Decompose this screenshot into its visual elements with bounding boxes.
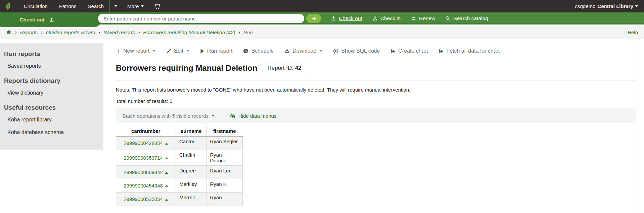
cardnumber-link[interactable]: 29999000535054 [124, 196, 163, 202]
download-label: Download [292, 48, 316, 54]
nav-more-label: More [127, 3, 139, 9]
fetch-all-data-button[interactable]: Fetch all data for chart [439, 48, 500, 54]
sidebar-item-koha-report-library[interactable]: Koha report library [4, 113, 100, 126]
report-id-badge: Report ID: 42 [263, 62, 306, 74]
arrow-up-from-bracket-icon [331, 16, 336, 21]
rotate-arrows-icon [411, 16, 416, 21]
chevron-down-icon [320, 50, 322, 52]
hide-data-menus-button[interactable]: Hide data menus [229, 113, 276, 119]
schedule-label: Schedule [251, 48, 274, 54]
firstname-cell: Ryan [206, 193, 242, 206]
schedule-button[interactable]: Schedule [243, 48, 274, 54]
surname-cell: Chaffin [176, 150, 207, 166]
quick-link-check-in[interactable]: Check in [372, 15, 401, 21]
data-menu-caret-icon[interactable] [165, 157, 168, 159]
sidebar-heading-run-reports: Run reports [4, 50, 100, 58]
arrow-down-to-bracket-icon [372, 16, 378, 21]
koha-staff-page: Circulation Patrons Search More csqdemo … [0, 0, 644, 213]
eye-slash-icon [229, 113, 236, 118]
nav-circulation-label: Circulation [24, 3, 48, 9]
sidebar-item-saved-reports[interactable]: Saved reports [4, 60, 100, 72]
cart-button[interactable] [149, 0, 165, 12]
nav-search-dropdown[interactable] [110, 0, 122, 12]
reports-sidebar: Run reports Saved reports Reports dictio… [0, 43, 103, 150]
breadcrumb-link-guided-reports-wizard[interactable]: Guided reports wizard [46, 30, 95, 35]
batch-operations-dropdown[interactable]: Batch operations with 5 visible records [123, 113, 215, 119]
cardnumber-link[interactable]: 29999000609842 [124, 169, 163, 175]
user-prefix: csqdemo [575, 3, 595, 9]
quick-link-renew[interactable]: Renew [411, 15, 435, 21]
cardnumber-link[interactable]: 29999000428854 [124, 140, 163, 146]
library-user-menu[interactable]: csqdemo Central Library [575, 3, 644, 9]
cardnumber-link[interactable]: 29999000454348 [124, 183, 163, 189]
page-title: Borrowers requiring Manual Deletion [116, 63, 257, 73]
patron-search-input[interactable] [98, 14, 304, 23]
data-menu-caret-icon[interactable] [165, 172, 168, 174]
report-header: Borrowers requiring Manual Deletion Repo… [116, 62, 636, 74]
show-sql-code-button[interactable]: Show SQL code [333, 48, 380, 54]
arrow-right-icon [311, 16, 317, 21]
report-notes: Notes: This report lists borrowers moved… [116, 87, 636, 93]
top-navbar: Circulation Patrons Search More csqdemo … [0, 0, 644, 12]
cardnumber-link[interactable]: 29999000353714 [124, 155, 163, 161]
surname-cell: Cantor [176, 137, 207, 150]
breadcrumb-separator: › [41, 30, 43, 35]
breadcrumb-separator: › [99, 30, 100, 35]
sidebar-item-view-dictionary[interactable]: View dictionary [4, 87, 100, 99]
download-button[interactable]: Download [284, 48, 322, 54]
checkout-tab-label: Check out [19, 17, 45, 23]
table-row: 29999000428854 Cantor Ryan Segler [116, 137, 243, 150]
breadcrumb-link-saved-reports[interactable]: Saved reports [103, 30, 135, 35]
breadcrumb-separator: › [239, 30, 240, 35]
nav-more[interactable]: More [122, 0, 149, 12]
table-header-row: cardnumber surname firstname [116, 126, 243, 137]
search-icon [445, 16, 451, 21]
breadcrumb-link-report-name[interactable]: Borrowers requiring Manual Deletion (42) [143, 30, 235, 35]
patron-search-bar: Check out Check out Check in Renew Searc… [0, 12, 644, 24]
data-menu-caret-icon[interactable] [165, 199, 168, 201]
quick-link-check-out[interactable]: Check out [331, 15, 362, 21]
results-table: cardnumber surname firstname 29999000428… [116, 126, 243, 206]
pencil-icon [166, 49, 171, 54]
checkout-tab[interactable]: Check out [0, 12, 101, 27]
edit-button[interactable]: Edit [166, 48, 189, 54]
home-icon[interactable] [6, 30, 12, 35]
sidebar-item-koha-database-schema[interactable]: Koha database schema [4, 126, 100, 139]
firstname-cell: Ryan Segler [206, 137, 242, 150]
play-icon [200, 49, 204, 54]
hide-data-menus-label: Hide data menus [238, 113, 276, 119]
total-results: Total number of results: 5 [116, 98, 636, 104]
koha-logo[interactable] [5, 2, 12, 10]
cart-icon [154, 3, 160, 9]
quick-link-search-catalog[interactable]: Search catalog [445, 15, 488, 21]
data-menu-caret-icon[interactable] [165, 185, 168, 187]
search-quick-links: Check out Check in Renew Search catalog [331, 12, 488, 24]
table-row: 29999000535054 Merrell Ryan [116, 193, 243, 206]
new-report-button[interactable]: New report [116, 48, 155, 54]
run-report-label: Run report [207, 48, 233, 54]
run-report-button[interactable]: Run report [200, 48, 233, 54]
breadcrumb-link-reports[interactable]: Reports [20, 30, 38, 35]
nav-circulation[interactable]: Circulation [18, 0, 53, 12]
new-report-label: New report [123, 48, 149, 54]
quick-link-label: Search catalog [453, 15, 488, 21]
help-link[interactable]: Help [628, 30, 638, 35]
patron-search-submit-button[interactable] [306, 14, 321, 23]
data-menu-caret-icon[interactable] [165, 143, 168, 145]
column-header-cardnumber[interactable]: cardnumber [116, 126, 176, 137]
main-content: New report Edit Run report Schedule [103, 39, 640, 213]
chevron-down-icon [114, 5, 117, 7]
quick-link-label: Check in [380, 15, 401, 21]
create-chart-button[interactable]: Create chart [390, 48, 428, 54]
column-header-surname[interactable]: surname [176, 126, 207, 137]
edit-label: Edit [174, 48, 183, 54]
arrow-up-from-bracket-icon [49, 17, 54, 23]
column-header-firstname[interactable]: firstname [206, 126, 242, 137]
firstname-cell: Ryan Derrick [206, 150, 242, 166]
nav-patrons[interactable]: Patrons [53, 0, 82, 12]
nav-search[interactable]: Search [82, 0, 110, 12]
breadcrumb-current: Run [243, 30, 253, 35]
table-row: 29999000609842 Dupree Ryan Lee [116, 166, 243, 179]
chevron-down-icon [141, 5, 144, 7]
circle-dot-icon [333, 48, 338, 54]
